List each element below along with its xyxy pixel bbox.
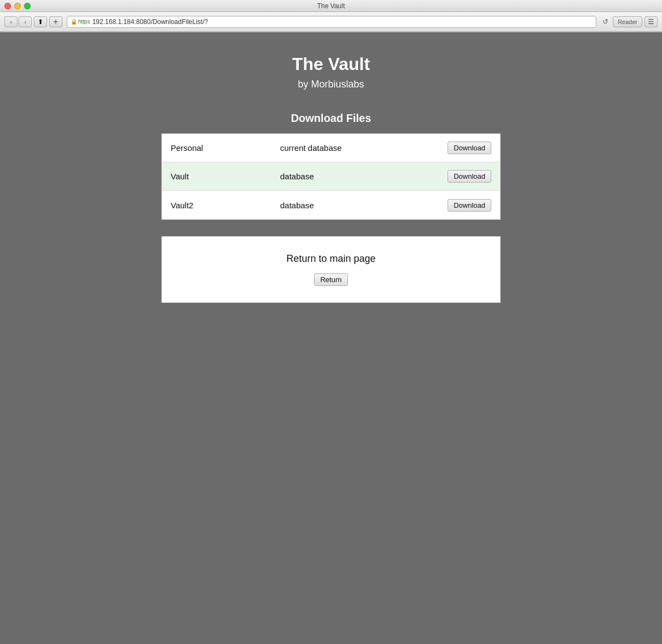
download-button-personal[interactable]: Download [448, 142, 491, 154]
section-title: Download Files [161, 112, 501, 125]
forward-icon: › [24, 19, 26, 25]
back-button[interactable]: ‹ [4, 16, 18, 27]
return-section: Return to main page Return [161, 236, 501, 303]
address-bar[interactable]: 🔒 https 192.168.1.184:8080/DownloadFileL… [67, 16, 596, 28]
file-type: database [280, 172, 448, 181]
file-row: Vault database Download [162, 162, 500, 191]
page-inner: The Vault by Morbiuslabs Download Files … [161, 54, 501, 303]
page-content: The Vault by Morbiuslabs Download Files … [0, 32, 662, 644]
file-name: Vault [171, 172, 280, 181]
sidebar-icon: ☰ [648, 17, 654, 26]
nav-buttons: ‹ › [4, 16, 32, 27]
file-name: Vault2 [171, 201, 280, 210]
file-row: Vault2 database Download [162, 191, 500, 219]
page-title: The Vault [161, 54, 501, 74]
download-button-vault2[interactable]: Download [448, 199, 491, 212]
page-subtitle: by Morbiuslabs [161, 79, 501, 90]
forward-button[interactable]: › [19, 16, 32, 27]
window-title: The Vault [317, 2, 345, 10]
download-button-vault[interactable]: Download [448, 170, 491, 183]
return-label: Return [320, 276, 341, 284]
close-button[interactable] [4, 3, 11, 9]
lock-icon: 🔒 [71, 19, 77, 25]
file-type: database [280, 201, 448, 210]
file-table: Personal current database Download Vault… [161, 133, 501, 220]
maximize-button[interactable] [24, 3, 31, 9]
reload-button[interactable]: ↺ [601, 17, 611, 27]
return-title: Return to main page [171, 253, 491, 265]
reader-label: Reader [618, 19, 637, 25]
share-icon: ⬆ [38, 18, 43, 26]
https-icon: 🔒 https [71, 19, 90, 25]
https-label: https [78, 19, 90, 25]
reader-button[interactable]: Reader [613, 16, 642, 27]
minimize-button[interactable] [14, 3, 21, 9]
back-icon: ‹ [10, 19, 12, 25]
file-type: current database [280, 143, 448, 153]
new-tab-button[interactable]: + [49, 16, 62, 27]
reload-icon: ↺ [602, 17, 608, 26]
sidebar-toggle[interactable]: ☰ [644, 16, 658, 27]
url-text: 192.168.1.184:8080/DownloadFileList/? [92, 18, 593, 26]
file-name: Personal [171, 143, 280, 153]
toolbar: ‹ › ⬆ + 🔒 https 192.168.1.184:8080/Downl… [0, 12, 662, 32]
window-chrome: The Vault ‹ › ⬆ + 🔒 https 192.168.1.184:… [0, 0, 662, 32]
file-row: Personal current database Download [162, 134, 500, 162]
title-bar: The Vault [0, 0, 662, 12]
return-button[interactable]: Return [314, 273, 347, 286]
share-button[interactable]: ⬆ [34, 16, 47, 27]
window-buttons [4, 3, 31, 9]
